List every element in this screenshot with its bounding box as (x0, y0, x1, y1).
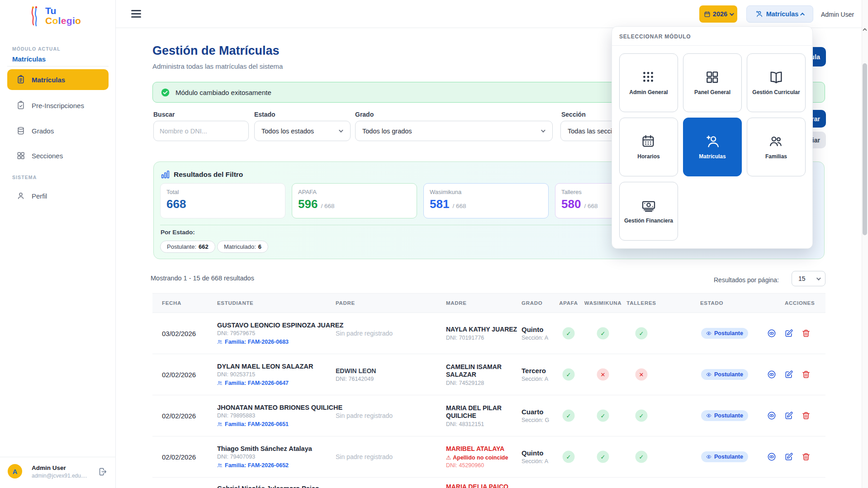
mother-warning: ⚠Apellido no coincide (446, 454, 518, 461)
module-card-matr-culas[interactable]: Matrículas (683, 118, 742, 176)
module-dropdown-title: SELECCIONAR MÓDULO (619, 33, 691, 40)
logo-icon (30, 6, 43, 27)
logout-icon[interactable] (98, 467, 108, 477)
table-row: 02/02/2026 DYLAN MAEL LEON SALAZAR DNI: … (152, 354, 825, 395)
sidebar-item-grados[interactable]: Grados (7, 120, 109, 141)
mother-dni: DNI: 45290960 (446, 462, 518, 469)
view-action-icon[interactable] (767, 329, 776, 338)
delete-action-icon[interactable] (802, 370, 811, 379)
chip-label: Postulante: (167, 243, 196, 250)
sidebar-item-icon (16, 151, 25, 160)
view-action-icon[interactable] (767, 370, 776, 379)
view-action-icon[interactable] (767, 411, 776, 420)
success-alert-text: Módulo cambiado exitosamente (175, 89, 271, 96)
module-card-horarios[interactable]: Horarios (619, 118, 678, 176)
status-badge-label: Postulante (714, 371, 743, 378)
per-page-select[interactable]: 15 (792, 271, 825, 286)
sidebar-item-label: Grados (32, 127, 54, 135)
status-badge: Postulante (701, 328, 748, 339)
year-value: 2026 (713, 10, 727, 18)
column-header-apafa: APAFA (559, 300, 578, 306)
module-card-admin-general[interactable]: Admin General (619, 53, 678, 112)
results-count: Mostrando 1 - 15 de 668 resultados (151, 275, 254, 282)
enrollments-table: FECHAESTUDIANTEPADREMADREGRADOAPAFAWASIM… (152, 293, 825, 488)
module-card-gesti-n-curricular[interactable]: Gestión Curricular (747, 53, 806, 112)
no-father-text: Sin padre registrado (336, 412, 410, 419)
grade-name: Cuarto (522, 408, 549, 416)
delete-action-icon[interactable] (802, 411, 811, 420)
module-card-label: Familias (762, 153, 791, 160)
view-action-icon[interactable] (767, 452, 776, 461)
scrollbar-thumb[interactable] (863, 63, 867, 235)
wasimikuna-status-icon: ✕ (597, 369, 609, 381)
estado-filter-label: Estado (254, 111, 275, 118)
grade-section: Sección: A (522, 335, 548, 341)
column-header-fecha: FECHA (162, 300, 181, 306)
edit-action-icon[interactable] (784, 452, 793, 461)
delete-action-icon[interactable] (802, 329, 811, 338)
sidebar-item-perfil[interactable]: Perfil (7, 185, 109, 206)
edit-action-icon[interactable] (784, 370, 793, 379)
apafa-status-icon: ✓ (563, 327, 575, 340)
scrollbar-up-arrow[interactable] (863, 28, 867, 31)
family-link[interactable]: Familia: FAM-2026-0683 (217, 339, 331, 345)
grado-filter-label: Grado (355, 111, 374, 118)
chevron-down-icon (541, 128, 545, 133)
sidebar-item-secciones[interactable]: Secciones (7, 145, 109, 166)
father-cell: Sin padre registrado (336, 412, 410, 419)
stat-value: 580 (561, 197, 581, 211)
eye-icon (706, 372, 711, 377)
father-dni: DNI: 76142049 (336, 376, 410, 382)
edit-action-icon[interactable] (784, 329, 793, 338)
module-card-icon (641, 70, 656, 85)
sidebar-item-label: Secciones (32, 152, 63, 160)
hamburger-menu-icon[interactable] (131, 10, 141, 19)
stat-total: / 668 (584, 203, 598, 209)
student-dni: DNI: 79407093 (217, 454, 331, 460)
mother-dni: DNI: 74529128 (446, 380, 518, 386)
person-plus-icon (755, 10, 763, 18)
stat-card: Wasimikuna 581 / 668 (423, 183, 549, 218)
family-icon (217, 380, 223, 386)
module-selector-button[interactable]: Matrículas (746, 5, 813, 23)
warning-icon: ⚠ (446, 454, 451, 461)
chip-label: Matriculado: (224, 243, 256, 250)
status-badge-label: Postulante (714, 454, 743, 460)
apafa-status-icon: ✓ (563, 410, 575, 422)
per-page-label: Resultados por página: (714, 276, 779, 284)
module-card-icon (705, 134, 720, 149)
edit-action-icon[interactable] (784, 411, 793, 420)
module-card-familias[interactable]: Familias (747, 118, 806, 176)
family-link[interactable]: Familia: FAM-2026-0647 (217, 380, 331, 386)
search-label: Buscar (153, 111, 175, 118)
grade-section: Sección: A (522, 458, 548, 464)
student-name: GUSTAVO LEONCIO ESPINOZA JUAREZ (217, 322, 331, 329)
module-card-panel-general[interactable]: Panel General (683, 53, 742, 112)
column-header-grado: GRADO (522, 300, 542, 306)
module-card-icon (641, 198, 656, 213)
estado-select-value: Todos los estados (255, 128, 339, 135)
sidebar-item-pre-inscripciones[interactable]: Pre-Inscripciones (7, 95, 109, 116)
module-card-gesti-n-financiera[interactable]: Gestión Financiera (619, 182, 678, 241)
apafa-status-icon: ✓ (563, 369, 575, 381)
year-selector-button[interactable]: 2026 (699, 5, 737, 23)
search-input[interactable] (153, 121, 249, 141)
por-estado-label: Por Estado: (161, 229, 195, 236)
estado-select[interactable]: Todos los estados (254, 121, 351, 141)
grade-section: Sección: G (522, 417, 549, 423)
grade-name: Quinto (522, 449, 548, 457)
grado-select-value: Todos los grados (356, 128, 541, 135)
page-subtitle: Administra todas las matrículas del sist… (152, 62, 283, 70)
talleres-status-icon: ✓ (636, 451, 648, 463)
mother-dni: DNI: 48312151 (446, 421, 518, 427)
delete-action-icon[interactable] (802, 452, 811, 461)
column-header-estudiante: ESTUDIANTE (217, 300, 253, 306)
sidebar-divider (7, 66, 109, 66)
sidebar-user-divider (0, 457, 116, 457)
family-link[interactable]: Familia: FAM-2026-0651 (217, 421, 331, 427)
family-link[interactable]: Familia: FAM-2026-0652 (217, 462, 331, 469)
wasimikuna-status-icon: ✓ (597, 451, 609, 463)
sidebar-item-matr-culas[interactable]: Matrículas (7, 69, 109, 90)
grado-select[interactable]: Todos los grados (355, 121, 553, 141)
module-card-label: Matrículas (695, 153, 729, 160)
